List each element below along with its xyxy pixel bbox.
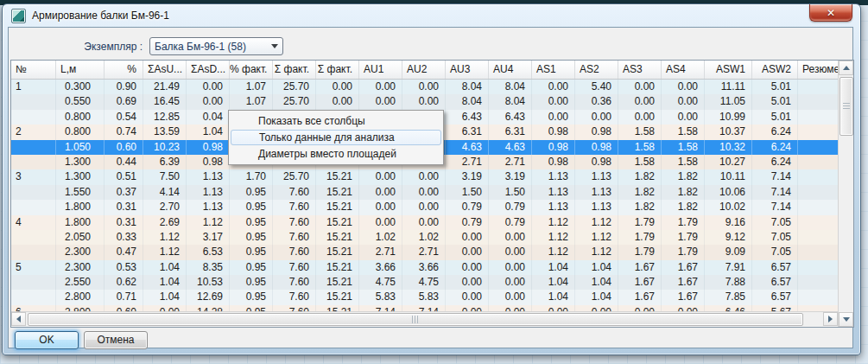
column-header[interactable]: AS4 — [662, 61, 705, 79]
table-cell: 1.82 — [618, 185, 662, 200]
table-row[interactable]: 0.5500.6916.450.001.0725.700.000.000.008… — [11, 94, 838, 109]
table-cell: 0.00 — [143, 305, 187, 311]
column-header[interactable]: ΣAsU... — [143, 61, 187, 79]
table-cell: 1.04 — [575, 290, 618, 304]
table-cell: 5.67 — [752, 305, 798, 311]
context-menu-item[interactable]: Только данные для анализа — [231, 130, 441, 145]
table-cell: 4.63 — [489, 140, 532, 155]
table-cell: 15.21 — [316, 290, 359, 304]
table-row[interactable]: 1.8000.312.701.130.957.6015.210.000.000.… — [11, 200, 838, 214]
table-cell: 0.00 — [446, 260, 489, 275]
column-header[interactable]: Резюме — [798, 61, 838, 79]
table-row[interactable]: 62.8000.600.0014.280.957.6015.217.147.14… — [11, 305, 838, 311]
column-header[interactable]: AU3 — [446, 61, 489, 79]
table-cell: 0.00 — [532, 94, 575, 109]
horizontal-scrollbar[interactable] — [11, 311, 838, 327]
table-cell: 0.00 — [359, 185, 402, 200]
column-header[interactable]: AS1 — [532, 61, 575, 79]
column-header[interactable]: ASW2 — [752, 61, 798, 79]
table-cell: 5.01 — [752, 94, 798, 109]
table-cell: 0.69 — [105, 94, 143, 109]
table-cell: 1.050 — [56, 140, 105, 155]
table-row[interactable]: 2.8000.711.0412.690.957.6015.215.835.830… — [11, 290, 838, 304]
table-cell: 0.00 — [489, 290, 532, 304]
table-cell — [798, 230, 838, 245]
column-header[interactable]: ASW1 — [705, 61, 752, 79]
close-icon: ✕ — [827, 8, 835, 18]
triangle-down-icon — [843, 317, 850, 322]
table-cell: 1.79 — [618, 245, 662, 259]
table-cell: 6.46 — [705, 305, 752, 311]
column-header[interactable]: AU2 — [402, 61, 446, 79]
table-row[interactable]: 2.3000.471.126.530.957.6015.212.712.710.… — [11, 245, 838, 259]
table-cell: 0.79 — [446, 215, 489, 230]
close-button[interactable]: ✕ — [809, 4, 852, 22]
data-grid: №L,м%ΣAsU...ΣAsD...% факт.Σ факт.Σ факт.… — [10, 60, 854, 328]
table-cell: 7.14 — [752, 185, 798, 200]
table-cell: 9.09 — [705, 245, 752, 259]
table-row[interactable]: 52.3000.531.048.350.957.6015.213.663.660… — [11, 260, 838, 275]
scrollbar-right-arrow[interactable] — [823, 312, 838, 326]
ok-button[interactable]: OK — [15, 331, 79, 349]
table-cell: 0.00 — [359, 80, 402, 94]
vertical-scrollbar[interactable] — [838, 61, 853, 327]
column-header[interactable]: ΣAsD... — [187, 61, 230, 79]
horizontal-scrollbar-thumb[interactable] — [28, 313, 803, 326]
column-header[interactable]: AS2 — [575, 61, 618, 79]
table-cell: 1.58 — [662, 125, 705, 139]
table-cell: 5.01 — [752, 80, 798, 94]
column-header[interactable]: % факт. — [230, 61, 273, 79]
table-row[interactable]: 41.8000.312.691.120.957.6015.210.000.000… — [11, 215, 838, 230]
table-cell: 5.40 — [575, 80, 618, 94]
column-header[interactable]: Σ факт. — [316, 61, 359, 79]
column-header[interactable]: Σ факт. — [273, 61, 316, 79]
table-cell: 2.550 — [56, 275, 105, 290]
table-cell: 0.00 — [402, 215, 446, 230]
column-header[interactable]: % — [105, 61, 143, 79]
table-cell: 6.24 — [752, 155, 798, 169]
table-cell: 0.00 — [575, 305, 618, 311]
table-cell: 1.02 — [359, 230, 402, 245]
table-cell: 0.51 — [105, 169, 143, 184]
column-header[interactable]: № — [11, 61, 56, 79]
table-row[interactable]: 31.3000.517.501.131.7025.7015.210.000.00… — [11, 169, 838, 184]
title-bar[interactable]: Армирование балки Бм-96-1 — [3, 4, 860, 27]
table-cell: 1.800 — [56, 200, 105, 214]
table-cell: 0.800 — [56, 110, 105, 125]
table-cell: 0.95 — [230, 305, 273, 311]
table-cell: 0.00 — [446, 290, 489, 304]
cancel-button[interactable]: Отмена — [84, 331, 148, 349]
column-header[interactable]: AU1 — [359, 61, 402, 79]
table-cell: 0.98 — [187, 155, 230, 169]
table-row[interactable]: 1.5500.374.141.130.957.6015.210.000.001.… — [11, 185, 838, 200]
table-cell: 1.58 — [618, 140, 662, 155]
context-menu-item[interactable]: Диаметры вместо площадей — [231, 145, 441, 163]
table-cell: 1.58 — [618, 155, 662, 169]
column-header[interactable]: AS3 — [618, 61, 662, 79]
table-cell: 10.02 — [705, 200, 752, 214]
column-header[interactable]: AU4 — [489, 61, 532, 79]
column-header[interactable]: L,м — [56, 61, 105, 79]
table-cell: 15.21 — [316, 200, 359, 214]
table-row[interactable]: 2.0500.331.123.170.957.6015.211.021.020.… — [11, 230, 838, 245]
app-icon[interactable] — [11, 9, 26, 23]
instance-select[interactable]: Балка Бм-96-1 (58) — [149, 37, 283, 55]
table-cell: 6.57 — [752, 260, 798, 275]
scrollbar-down-arrow[interactable] — [839, 312, 853, 327]
table-row[interactable]: 2.5500.621.0410.530.957.6015.214.754.750… — [11, 275, 838, 290]
scrollbar-left-arrow[interactable] — [11, 312, 26, 326]
table-cell: 2 — [11, 125, 56, 139]
table-cell: 2.71 — [489, 155, 532, 169]
scrollbar-up-arrow[interactable] — [839, 61, 853, 75]
table-cell: 1.04 — [532, 260, 575, 275]
table-cell: 0.300 — [56, 80, 105, 94]
table-cell: 0.53 — [105, 260, 143, 275]
table-cell: 1.58 — [662, 155, 705, 169]
table-row[interactable]: 10.3000.9021.490.001.0725.700.000.000.00… — [11, 80, 838, 94]
context-menu-item[interactable]: Показать все столбцы — [231, 112, 441, 130]
table-header: №L,м%ΣAsU...ΣAsD...% факт.Σ факт.Σ факт.… — [11, 61, 838, 80]
vertical-scrollbar-thumb[interactable] — [839, 77, 853, 136]
table-cell: 5.83 — [402, 290, 446, 304]
table-cell: 1.79 — [618, 230, 662, 245]
table-cell: 0.00 — [359, 215, 402, 230]
